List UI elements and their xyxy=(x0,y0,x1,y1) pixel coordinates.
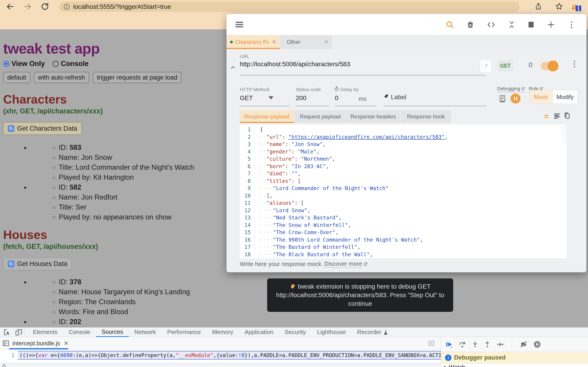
tab-response-hook[interactable]: Response hook xyxy=(401,110,451,123)
collapse-rows-icon[interactable] xyxy=(508,21,516,29)
stop-icon[interactable] xyxy=(528,21,534,28)
debugger-status: Debugger paused xyxy=(454,354,506,361)
tab-recorder[interactable]: Recorder xyxy=(352,327,394,337)
delay-unit: ms xyxy=(359,95,366,102)
debug-toast: tweak extension is stopping here to debu… xyxy=(267,278,453,312)
devtools-tabbar: Elements Console Sources Network Perform… xyxy=(0,327,588,337)
address-bar[interactable]: localhost:5555/?triggerAtStart=true xyxy=(59,2,519,12)
radio-view-only[interactable] xyxy=(3,61,9,67)
resume-icon[interactable] xyxy=(445,341,453,348)
wrap-lines-icon[interactable] xyxy=(554,113,560,119)
collapse-entry-icon[interactable] xyxy=(230,64,236,70)
tab-memory[interactable]: Memory xyxy=(206,327,239,337)
get-houses-button[interactable]: ↻ Get Houses Data xyxy=(3,257,72,270)
file-tab-intercept-bundle[interactable]: intercept.bundle.js ✕ xyxy=(12,337,69,350)
status-code-input[interactable]: 200 xyxy=(296,94,306,102)
list-item: ID: 202 Name: House Hornwood of Hornwood xyxy=(30,317,226,327)
modify-button[interactable]: Modify xyxy=(552,90,578,104)
copy-icon[interactable] xyxy=(564,112,570,119)
reload-icon[interactable] xyxy=(41,2,49,11)
debug-log-icon[interactable] xyxy=(499,94,506,103)
auto-refresh-button[interactable]: with auto-refresh xyxy=(34,72,89,83)
source-editor[interactable]: 1 (()=>{var e={4690:(e,a)=>{Object.defin… xyxy=(0,350,441,363)
tab-elements[interactable]: Elements xyxy=(27,327,63,337)
close-tab-icon[interactable]: ✕ xyxy=(324,39,329,45)
tweak-panel: ⋮ Characters Pa... ✕ Other ✕ URL http://… xyxy=(226,14,586,272)
bookmark-star-icon[interactable] xyxy=(555,2,564,11)
enable-toggle[interactable] xyxy=(541,62,557,70)
discover-more-link[interactable]: Discover more xyxy=(324,260,362,268)
delay-input[interactable]: 0 xyxy=(335,94,338,102)
forward-icon[interactable] xyxy=(23,2,32,11)
tab-response-payload[interactable]: Response payload xyxy=(240,110,294,123)
stopwatch-icon xyxy=(334,86,339,91)
show-navigator-icon[interactable] xyxy=(2,340,9,347)
editor-scrollbar[interactable] xyxy=(563,126,566,142)
mock-button[interactable]: Mock xyxy=(530,90,552,104)
format-icon[interactable]: = xyxy=(544,112,549,121)
tab-application[interactable]: Application xyxy=(239,327,279,337)
tab-lighthouse[interactable]: Lighthouse xyxy=(311,327,351,337)
active-dot-icon xyxy=(230,41,233,43)
radio-console[interactable] xyxy=(53,61,59,67)
step-out-icon[interactable] xyxy=(484,341,491,348)
trigger-at-load-button[interactable]: trigger requests at page load xyxy=(93,72,181,83)
close-file-icon[interactable]: ✕ xyxy=(64,340,69,347)
clear-all-icon[interactable] xyxy=(466,21,475,29)
more-editors-icon[interactable] xyxy=(428,340,435,346)
share-icon[interactable] xyxy=(534,2,543,11)
wave-icon xyxy=(290,283,296,290)
step-over-icon[interactable] xyxy=(458,341,466,348)
add-icon[interactable] xyxy=(547,20,555,29)
radio-view-only-label: View Only xyxy=(11,60,45,68)
extension-avatar[interactable]: a xyxy=(570,0,583,13)
more-options-icon[interactable]: ⋮ xyxy=(567,21,576,29)
code-view-icon[interactable] xyxy=(487,21,496,29)
refresh-icon: ↻ xyxy=(8,125,15,132)
characters-list: ID: 583 Name: Jon Snow Title: Lord Comma… xyxy=(30,142,226,222)
tab-response-headers[interactable]: Response headers xyxy=(346,110,400,123)
default-button[interactable]: default xyxy=(3,72,30,83)
watch-section[interactable]: ▸ Watch xyxy=(441,363,588,367)
regex-toggle-button[interactable]: .* xyxy=(480,60,491,73)
site-info-icon[interactable] xyxy=(63,3,70,10)
label-input[interactable]: Label xyxy=(391,93,406,101)
device-toolbar-icon[interactable] xyxy=(15,328,23,336)
tab-characters-pattern[interactable]: Characters Pa... ✕ xyxy=(226,35,280,49)
debugger-toolbar xyxy=(441,337,588,352)
dropdown-arrow-icon[interactable] xyxy=(268,96,274,100)
debugging-link[interactable]: Debugging xyxy=(497,86,525,92)
inspect-icon[interactable] xyxy=(3,328,11,336)
get-characters-button[interactable]: ↻ Get Characters Data xyxy=(3,122,82,135)
pause-on-exceptions-icon[interactable] xyxy=(533,341,541,348)
url-input[interactable]: http://localhost:5006/api/characters/583 xyxy=(240,61,350,68)
response-mock-editor[interactable]: 1{2··"url":·"https://anapioficeandfire.c… xyxy=(240,125,567,258)
json-editor-lines: 1{2··"url":·"https://anapioficeandfire.c… xyxy=(240,126,567,258)
method-badge[interactable]: GET xyxy=(498,61,513,71)
step-icon[interactable] xyxy=(496,341,504,348)
tab-security[interactable]: Security xyxy=(279,327,312,337)
close-tab-icon[interactable]: ✕ xyxy=(272,39,276,45)
pretty-print-button[interactable]: {} xyxy=(2,363,6,367)
http-method-select[interactable]: GET xyxy=(240,94,253,102)
deactivate-breakpoints-icon[interactable] xyxy=(520,341,528,348)
tab-network[interactable]: Network xyxy=(129,327,161,337)
search-icon[interactable] xyxy=(445,20,454,29)
url-text[interactable]: localhost:5555/?triggerAtStart=true xyxy=(73,3,171,10)
debugger-sidebar: i Debugger paused ▸ Watch xyxy=(441,337,588,367)
tab-console[interactable]: Console xyxy=(63,327,96,337)
back-icon[interactable] xyxy=(6,2,15,11)
url-label: URL xyxy=(240,54,249,59)
page-title: tweak test app xyxy=(3,40,226,57)
source-line-number: 1 xyxy=(0,351,18,359)
tab-other[interactable]: Other ✕ xyxy=(280,35,332,49)
menu-icon[interactable] xyxy=(235,21,243,28)
pause-debug-icon[interactable] xyxy=(511,93,521,103)
tab-request-payload[interactable]: Request payload xyxy=(294,110,346,123)
row-menu-icon[interactable]: ⋮ xyxy=(571,59,578,68)
tab-sources[interactable]: Sources xyxy=(96,327,129,337)
step-into-icon[interactable] xyxy=(472,341,478,348)
tab-performance[interactable]: Performance xyxy=(162,327,207,337)
houses-heading: Houses xyxy=(3,228,226,242)
devtools: Elements Console Sources Network Perform… xyxy=(0,327,588,367)
